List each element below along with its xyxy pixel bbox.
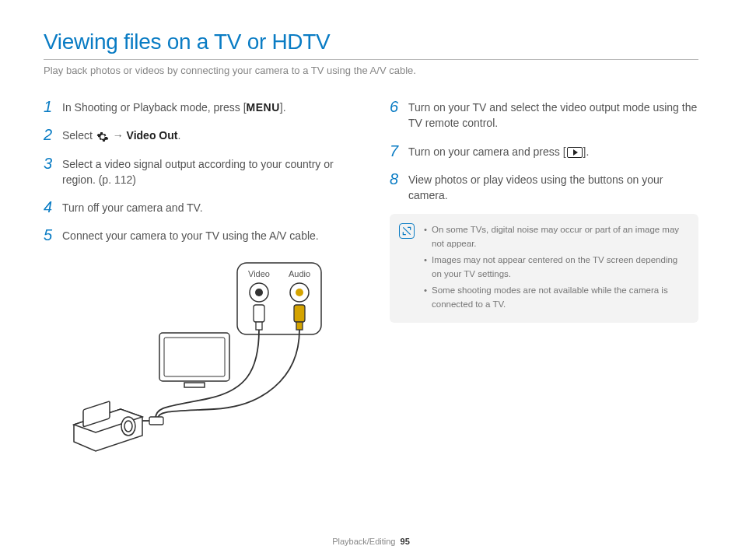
svg-rect-12 — [149, 417, 163, 425]
step-4: 4 Turn off your camera and TV. — [44, 198, 352, 215]
text-post: ]. — [583, 145, 590, 158]
page-title: Viewing files on a TV or HDTV — [44, 30, 698, 60]
step-8: 8 View photos or play videos using the b… — [390, 170, 698, 204]
text-pre: In Shooting or Playback mode, press [ — [62, 101, 247, 114]
step-2: 2 Select → Video Out. — [44, 126, 352, 143]
step-text: Turn on your TV and select the video out… — [408, 98, 698, 131]
svg-rect-8 — [254, 305, 264, 322]
step-number: 8 — [390, 170, 401, 187]
page-number: 95 — [401, 537, 410, 546]
step-text: Connect your camera to your TV using the… — [62, 226, 319, 243]
svg-rect-0 — [159, 333, 229, 381]
text-pre: Select — [62, 129, 96, 142]
footer-section: Playback/Editing — [332, 537, 395, 546]
svg-point-5 — [255, 289, 263, 296]
text-post: ]. — [280, 101, 286, 114]
audio-label: Audio — [288, 269, 310, 278]
playback-icon — [567, 147, 583, 158]
step-text: Turn on your camera and press []. — [408, 142, 589, 159]
step-number: 5 — [44, 226, 54, 243]
left-column: 1 In Shooting or Playback mode, press [M… — [44, 98, 352, 457]
connection-diagram: Video Audio — [44, 255, 352, 457]
step-1: 1 In Shooting or Playback mode, press [M… — [44, 98, 352, 115]
note-icon — [399, 223, 415, 239]
step-number: 7 — [390, 142, 401, 159]
step-text: Select a video signal output according t… — [62, 155, 352, 188]
step-text: In Shooting or Playback mode, press [MEN… — [62, 98, 286, 115]
step-7: 7 Turn on your camera and press []. — [390, 142, 698, 159]
note-item: Images may not appear centered on the TV… — [424, 254, 686, 282]
text-pre: Turn on your camera and press [ — [408, 145, 566, 158]
step-number: 4 — [44, 198, 54, 215]
svg-rect-11 — [296, 322, 303, 330]
step-text: Turn off your camera and TV. — [62, 198, 203, 215]
step-text: Select → Video Out. — [62, 126, 180, 143]
note-item: On some TVs, digital noise may occur or … — [424, 223, 686, 251]
step-5: 5 Connect your camera to your TV using t… — [44, 226, 352, 243]
right-column: 6 Turn on your TV and select the video o… — [390, 98, 698, 457]
step-6: 6 Turn on your TV and select the video o… — [390, 98, 698, 131]
step-3: 3 Select a video signal output according… — [44, 155, 352, 188]
svg-rect-9 — [256, 322, 262, 330]
arrow: → — [110, 129, 127, 142]
svg-point-14 — [124, 421, 132, 432]
step-number: 1 — [44, 98, 54, 115]
text-post: . — [177, 129, 180, 142]
svg-point-7 — [296, 289, 303, 296]
note-box: On some TVs, digital noise may occur or … — [390, 214, 698, 323]
gear-icon — [96, 131, 109, 143]
note-item: Some shooting modes are not available wh… — [424, 284, 686, 312]
step-number: 3 — [44, 155, 54, 172]
step-number: 6 — [390, 98, 401, 115]
page-footer: Playback/Editing 95 — [0, 537, 742, 546]
menu-item-video-out: Video Out — [127, 129, 178, 142]
svg-rect-1 — [164, 338, 225, 376]
step-number: 2 — [44, 126, 54, 143]
page-subtitle: Play back photos or videos by connecting… — [44, 65, 698, 76]
menu-button-label: MENU — [247, 101, 280, 114]
content-columns: 1 In Shooting or Playback mode, press [M… — [44, 98, 698, 457]
svg-rect-2 — [184, 383, 205, 387]
svg-rect-10 — [294, 305, 305, 322]
note-list: On some TVs, digital noise may occur or … — [424, 223, 686, 311]
video-label: Video — [248, 269, 270, 278]
step-text: View photos or play videos using the but… — [408, 170, 698, 204]
